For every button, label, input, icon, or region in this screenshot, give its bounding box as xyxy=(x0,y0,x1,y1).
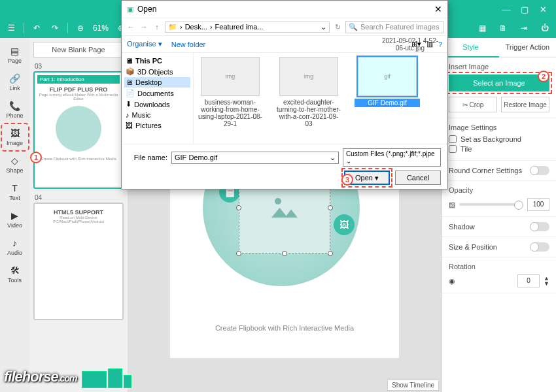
filename-label: File name: xyxy=(128,154,167,161)
menu-icon[interactable]: ☰ xyxy=(5,24,17,33)
dialog-close-icon[interactable]: ✕ xyxy=(434,4,442,14)
nav-up-icon[interactable]: ↑ xyxy=(152,23,162,31)
swap-icon[interactable]: 🖼 xyxy=(334,214,355,235)
properties-panel: Style Trigger Action Insert Image Select… xyxy=(442,38,556,392)
refresh-icon[interactable]: ↻ xyxy=(332,23,343,31)
size-position-label: Size & Position xyxy=(449,243,497,251)
thumb-sub: Read on Multi-Device PC/Mac/iPad/iPhone/… xyxy=(37,216,120,223)
thumb-foot: Create Flipbook with Rich Interactive Me… xyxy=(37,157,120,161)
cancel-button[interactable]: Cancel xyxy=(395,171,441,185)
rotation-stepper[interactable]: ▲▼ xyxy=(544,276,549,286)
shadow-toggle[interactable] xyxy=(530,222,549,231)
tool-image[interactable]: 🖼Image xyxy=(2,124,28,150)
crumb-segment[interactable]: Featured ima... xyxy=(215,23,264,31)
tool-video[interactable]: ▶Video xyxy=(2,206,28,233)
redo-icon[interactable]: ↷ xyxy=(49,24,61,33)
qr-icon[interactable]: ▦ xyxy=(476,24,488,33)
shadow-label: Shadow xyxy=(449,223,475,231)
file-item[interactable]: img business-woman-working-from-home-usi… xyxy=(198,57,263,127)
file-item[interactable]: img excited-daughter-turning-to-her-moth… xyxy=(276,57,341,127)
zoom-out-icon[interactable]: ⊖ xyxy=(75,24,86,33)
file-item-selected[interactable]: gif GIF Demo.gif xyxy=(355,57,420,107)
page-number: 04 xyxy=(35,194,124,201)
new-folder-button[interactable]: New folder xyxy=(171,41,206,48)
tree-pictures[interactable]: 🖼Pictures xyxy=(124,120,190,131)
dialog-app-icon: ▣ xyxy=(127,5,133,14)
dialog-footer: File name: GIF Demo.gif ⌄ Custom Files (… xyxy=(122,144,447,189)
new-blank-page-button[interactable]: New Blank Page xyxy=(33,42,124,57)
dialog-title: Open xyxy=(137,5,430,14)
tab-style[interactable]: Style xyxy=(442,38,499,57)
show-timeline-button[interactable]: Show Timeline xyxy=(387,380,439,391)
tab-trigger-action[interactable]: Trigger Action xyxy=(499,38,556,57)
nav-forward-icon[interactable]: → xyxy=(139,23,149,31)
search-placeholder: Search Featured images xyxy=(360,23,439,31)
round-corner-toggle[interactable] xyxy=(530,166,549,175)
page-thumbnail-03[interactable]: Part 1: Introduction FLIP PDF PLUS PRO P… xyxy=(33,71,124,189)
tool-link[interactable]: 🔗Link xyxy=(2,69,28,95)
tree-documents[interactable]: 📄Documents xyxy=(124,88,190,99)
file-list: img business-woman-working-from-home-usi… xyxy=(194,53,447,144)
export-icon[interactable]: ⇥ xyxy=(518,24,530,33)
window-minimize[interactable]: — xyxy=(497,2,515,16)
rotation-dial-icon[interactable]: ◉ xyxy=(449,277,455,286)
thumb-title: HTML5 SUPPORT xyxy=(37,209,120,216)
tool-text[interactable]: TText xyxy=(2,179,28,205)
resize-handle[interactable] xyxy=(328,251,333,256)
tool-shape[interactable]: ◇Shape xyxy=(2,152,28,178)
file-thumbnail: gif xyxy=(358,57,417,96)
search-icon: 🔍 xyxy=(349,23,358,31)
tool-audio[interactable]: ♪Audio xyxy=(2,234,28,260)
organise-menu[interactable]: Organise ▾ xyxy=(127,40,162,48)
filetype-select[interactable]: Custom Files (*.png;*.jfif;*.pjpe ⌄ xyxy=(343,148,441,167)
opacity-value[interactable]: 100 xyxy=(527,198,549,211)
tool-tools[interactable]: 🛠Tools xyxy=(2,261,28,287)
dialog-path-bar: ← → ↑ 📁 › Desk... › Featured ima... ⌄ ↻ … xyxy=(122,18,447,36)
window-maximize[interactable]: ▢ xyxy=(515,2,534,16)
dialog-search-input[interactable]: 🔍 Search Featured images xyxy=(345,21,443,33)
tree-desktop[interactable]: 🖥Desktop xyxy=(124,77,190,88)
tile-checkbox[interactable] xyxy=(449,145,457,153)
window-close[interactable]: ✕ xyxy=(534,2,552,16)
resize-handle[interactable] xyxy=(328,205,333,210)
rotation-value[interactable]: 0 xyxy=(517,274,540,287)
undo-icon[interactable]: ↶ xyxy=(31,24,43,33)
opacity-label: Opacity xyxy=(449,186,549,194)
tree-this-pc[interactable]: 🖥This PC xyxy=(124,56,190,66)
thumb-bar: Part 1: Introduction xyxy=(37,75,120,84)
resize-handle[interactable] xyxy=(282,251,287,256)
tree-music[interactable]: ♪Music xyxy=(124,110,190,120)
crop-button[interactable]: ✂ Crop xyxy=(449,97,497,112)
set-bg-label: Set as Background xyxy=(460,135,521,143)
crumb-segment[interactable]: Desk... xyxy=(185,23,207,31)
filename-input[interactable]: GIF Demo.gif ⌄ xyxy=(171,152,339,164)
annotation-1: 1 xyxy=(30,152,42,163)
folder-icon: 📁 xyxy=(168,23,177,31)
set-as-background-checkbox[interactable] xyxy=(449,135,457,143)
rotation-label: Rotation xyxy=(449,263,549,270)
nav-back-icon[interactable]: ← xyxy=(126,23,136,31)
restore-image-button[interactable]: Restore Image xyxy=(501,97,549,112)
round-corner-label: Round Corner Settings xyxy=(449,167,522,174)
exit-icon[interactable]: ⏻ xyxy=(539,24,551,33)
file-name: excited-daughter-turning-to-her-mother-w… xyxy=(276,99,341,127)
file-name: GIF Demo.gif xyxy=(355,99,420,107)
tree-3d-objects[interactable]: 📦3D Objects xyxy=(124,66,190,77)
breadcrumb[interactable]: 📁 › Desk... › Featured ima... ⌄ xyxy=(165,22,330,33)
tool-sidebar: ▤Page 🔗Link 📞Phone 🖼Image ◇Shape TText ▶… xyxy=(0,38,29,392)
page-thumbnail-04[interactable]: HTML5 SUPPORT Read on Multi-Device PC/Ma… xyxy=(33,203,124,320)
watermark: filehorse.com xyxy=(4,368,77,385)
tool-page[interactable]: ▤Page xyxy=(2,42,28,68)
file-open-dialog: ▣ Open ✕ ← → ↑ 📁 › Desk... › Featured im… xyxy=(121,0,448,189)
watermark-devices xyxy=(82,362,141,388)
save-icon[interactable]: 🗎 xyxy=(497,24,509,33)
resize-handle[interactable] xyxy=(236,251,241,256)
resize-handle[interactable] xyxy=(236,205,241,210)
tool-phone[interactable]: 📞Phone xyxy=(2,97,28,123)
opacity-slider[interactable] xyxy=(459,203,523,206)
size-position-toggle[interactable] xyxy=(530,242,549,252)
annotation-2: 2 xyxy=(538,71,549,82)
image-settings-label: Image Settings xyxy=(449,123,549,131)
tree-downloads[interactable]: ⬇Downloads xyxy=(124,99,190,110)
select-image-button[interactable]: Select an Image xyxy=(449,74,549,91)
